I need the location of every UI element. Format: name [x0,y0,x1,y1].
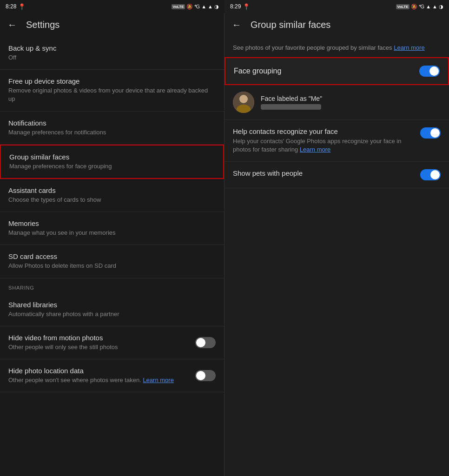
backup-sync-title: Back up & sync [8,44,216,52]
face-grouping-toggle[interactable] [419,66,440,77]
left-panel: ← Settings Back up & sync Off Free up de… [0,13,224,476]
show-pets-row[interactable]: Show pets with people [224,162,449,188]
backup-sync-subtitle: Off [8,53,216,62]
left-status-bar: 8:28 📍 VoLTE 🔕 ⁴G ▲ ▲ ◑ [0,0,224,13]
sidebar-item-assistant-cards[interactable]: Assistant cards Choose the types of card… [0,179,224,212]
right-panel-title: Group similar faces [251,20,330,30]
face-avatar [233,92,254,113]
shared-libraries-title: Shared libraries [8,301,216,309]
hide-location-title: Hide photo location data [8,367,195,375]
left-signal-icons: ⁴G ▲ ▲ [194,4,213,10]
face-labeled-me-row[interactable]: Face labeled as "Me" [224,85,449,120]
svg-point-1 [239,95,248,103]
hide-video-subtitle: Other people will only see the still pho… [8,343,195,351]
help-contacts-text: Help contacts recognize your face Help y… [233,127,415,154]
face-me-text: Face labeled as "Me" [261,95,441,110]
free-storage-subtitle: Remove original photos & videos from you… [8,86,216,103]
hide-video-toggle[interactable] [195,337,216,348]
sd-card-title: SD card access [8,252,216,260]
right-battery-icon: ◑ [439,4,443,10]
face-avatar-image [233,92,254,113]
free-storage-title: Free up device storage [8,77,216,85]
help-contacts-subtitle: Help your contacts' Google Photos apps r… [233,137,415,154]
left-volte: VoLTE [172,4,185,9]
hide-location-toggle[interactable] [195,370,216,381]
help-contacts-title: Help contacts recognize your face [233,127,415,135]
show-pets-toggle[interactable] [420,169,441,180]
left-panel-content: Back up & sync Off Free up device storag… [0,37,224,476]
memories-title: Memories [8,219,216,227]
sidebar-item-group-similar-faces[interactable]: Group similar faces Manage preferences f… [0,145,224,179]
group-faces-subtitle: Manage preferences for face grouping [9,162,215,171]
show-pets-title: Show pets with people [233,169,415,177]
face-grouping-row[interactable]: Face grouping [224,57,449,85]
sidebar-item-hide-location[interactable]: Hide photo location data Other people wo… [0,359,224,392]
group-faces-title: Group similar faces [9,153,215,161]
help-contacts-toggle[interactable] [420,127,441,139]
notifications-subtitle: Manage preferences for notifications [8,128,216,137]
memories-subtitle: Manage what you see in your memories [8,229,216,237]
hide-location-subtitle: Other people won't see where photos were… [8,376,195,384]
left-back-button[interactable]: ← [7,20,17,30]
right-status-bar: 8:29 📍 VoLTE 🔕 ⁴G ▲ ▲ ◑ [224,0,449,13]
left-mute-icon: 🔕 [186,4,193,10]
right-header: ← Group similar faces [224,13,449,37]
right-description-text: See photos of your favorite people group… [233,44,392,51]
face-grouping-label: Face grouping [234,67,281,75]
sidebar-item-free-storage[interactable]: Free up device storage Remove original p… [0,70,224,111]
sd-card-subtitle: Allow Photos to delete items on SD card [8,262,216,270]
sidebar-item-shared-libraries[interactable]: Shared libraries Automatically share pho… [0,293,224,326]
left-battery-icon: ◑ [214,4,219,10]
right-back-button[interactable]: ← [232,20,241,30]
right-description: See photos of your favorite people group… [224,37,449,57]
left-panel-title: Settings [26,20,59,30]
right-volte: VoLTE [396,4,409,9]
sidebar-item-notifications[interactable]: Notifications Manage preferences for not… [0,112,224,145]
right-signal-icons: ⁴G ▲ ▲ [419,4,437,10]
learn-more-link[interactable]: Learn more [394,44,424,51]
sidebar-item-sd-card[interactable]: SD card access Allow Photos to delete it… [0,245,224,278]
left-header: ← Settings [0,13,224,37]
right-location-icon: 📍 [243,3,250,10]
hide-location-learn-more[interactable]: Learn more [143,377,173,383]
shared-libraries-subtitle: Automatically share photos with a partne… [8,310,216,318]
sidebar-item-hide-video[interactable]: Hide video from motion photos Other peop… [0,326,224,359]
face-me-title: Face labeled as "Me" [261,95,441,102]
right-panel-content: See photos of your favorite people group… [224,37,449,476]
sidebar-item-memories[interactable]: Memories Manage what you see in your mem… [0,212,224,245]
left-time: 8:28 [6,3,16,10]
right-panel: ← Group similar faces See photos of your… [224,13,449,476]
sidebar-item-backup-sync[interactable]: Back up & sync Off [0,37,224,70]
sharing-section-label: SHARING [0,278,224,293]
left-location-icon: 📍 [18,3,26,10]
help-contacts-learn-more[interactable]: Learn more [300,146,330,153]
notifications-title: Notifications [8,119,216,127]
show-pets-text: Show pets with people [233,169,415,179]
assistant-cards-title: Assistant cards [8,186,216,194]
assistant-cards-subtitle: Choose the types of cards to show [8,196,216,204]
right-time: 8:29 [230,3,241,10]
hide-video-title: Hide video from motion photos [8,334,195,342]
help-contacts-row[interactable]: Help contacts recognize your face Help y… [224,120,449,162]
face-me-blurred-name [261,104,321,110]
right-mute-icon: 🔕 [411,4,417,10]
